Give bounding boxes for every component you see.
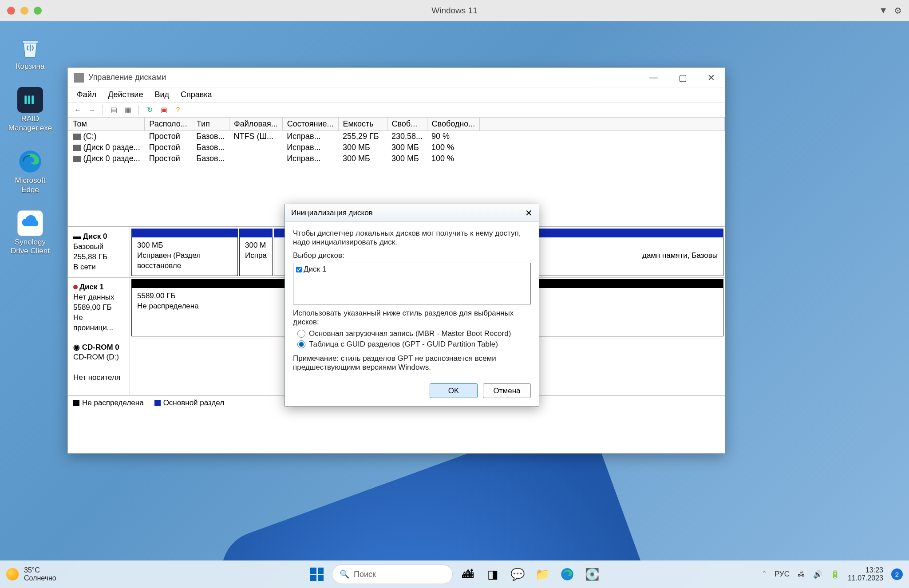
toolbar-forward-icon[interactable]: → — [87, 105, 97, 115]
host-minimize-button[interactable] — [20, 7, 28, 15]
taskbar: 35°CСолнечно 🔍Поиск 🏙 ◨ 💬 📁 💽 ˄ РУС 🖧 🔊 … — [0, 560, 909, 588]
svg-rect-1 — [28, 96, 30, 104]
dialog-note: Примечание: стиль разделов GPT не распоз… — [293, 354, 531, 372]
disk0-partition-1[interactable]: 300 МБИсправен (Раздел восстановле — [131, 229, 238, 276]
desktop-icon-synology-drive[interactable]: Synology Drive Client — [8, 210, 52, 256]
taskbar-weather-widget[interactable]: 35°CСолнечно — [6, 566, 56, 582]
tray-overflow-icon[interactable]: ˄ — [763, 570, 767, 579]
dialog-cancel-button[interactable]: Отмена — [483, 383, 531, 398]
volume-icon — [73, 156, 81, 162]
dm-titlebar[interactable]: Управление дисками — ▢ ✕ — [68, 68, 725, 87]
dm-close-button[interactable]: ✕ — [704, 71, 719, 85]
search-placeholder: Поиск — [354, 570, 376, 579]
host-dropdown-icon[interactable]: ▼ — [879, 5, 888, 16]
dialog-choose-label: Выбор дисков: — [293, 251, 531, 260]
taskbar-disk-management[interactable]: 💽 — [582, 564, 602, 584]
toolbar-rescan-icon[interactable]: ▣ — [158, 105, 169, 115]
menu-file[interactable]: Файл — [73, 88, 100, 101]
search-icon: 🔍 — [340, 569, 349, 579]
toolbar-help-icon[interactable]: ? — [173, 105, 183, 115]
host-maximize-button[interactable] — [34, 7, 42, 15]
volume-row[interactable]: (Диск 0 разде...ПростойБазов...Исправ...… — [68, 153, 725, 164]
edge-icon — [17, 149, 43, 174]
initialize-disk-dialog: Инициализация дисков ✕ Чтобы диспетчер л… — [285, 204, 539, 406]
desktop: Корзина RAID Manager.exe Microsoft Edge … — [0, 21, 909, 560]
desktop-icon-raid-manager[interactable]: RAID Manager.exe — [8, 87, 52, 133]
taskbar-edge[interactable] — [557, 564, 577, 584]
dm-maximize-button[interactable]: ▢ — [675, 71, 691, 85]
col-freepct[interactable]: Свободно... — [427, 118, 480, 131]
col-type[interactable]: Тип — [192, 118, 229, 131]
legend-primary-swatch — [154, 400, 161, 406]
disk0-header: ▬ Диск 0 Базовый 255,88 ГБ В сети — [68, 227, 130, 277]
dialog-intro-text: Чтобы диспетчер локальных дисков мог пол… — [293, 229, 531, 247]
gpt-radio[interactable] — [297, 340, 305, 348]
taskbar-search[interactable]: 🔍Поиск — [332, 564, 453, 584]
taskbar-chat[interactable]: 💬 — [508, 564, 527, 584]
dialog-ok-button[interactable]: OK — [430, 383, 478, 398]
partition-style-label: Использовать указанный ниже стиль раздел… — [293, 309, 531, 327]
taskbar-task-view[interactable]: 🏙 — [458, 564, 478, 584]
dm-app-icon — [74, 73, 84, 83]
weather-sun-icon — [6, 568, 19, 580]
disk1-header: Диск 1 Нет данных 5589,00 ГБ Не проиници… — [68, 278, 130, 338]
tray-network-icon[interactable]: 🖧 — [798, 570, 805, 579]
volume-row[interactable]: (Диск 0 разде...ПростойБазов...Исправ...… — [68, 142, 725, 153]
col-free[interactable]: Своб... — [387, 118, 427, 131]
toolbar-layout-top-icon[interactable]: ▤ — [108, 105, 119, 115]
raid-manager-icon — [17, 87, 43, 113]
disk-checkbox-item[interactable]: Диск 1 — [296, 265, 528, 274]
weather-condition: Солнечно — [24, 574, 56, 582]
host-close-button[interactable] — [7, 7, 15, 15]
disk0-partition-2[interactable]: 300 МИспра — [239, 229, 273, 276]
col-capacity[interactable]: Емкость — [338, 118, 387, 131]
col-layout[interactable]: Располо... — [145, 118, 192, 131]
start-button[interactable] — [307, 564, 327, 584]
tray-battery-icon[interactable]: 🔋 — [830, 570, 840, 579]
cdrom-header: ◉ CD-ROM 0 CD-ROM (D:) Нет носителя — [68, 338, 130, 395]
recycle-bin-icon — [19, 36, 42, 59]
toolbar-refresh-icon[interactable]: ↻ — [144, 105, 155, 115]
tray-volume-icon[interactable]: 🔊 — [813, 570, 822, 579]
svg-rect-0 — [24, 96, 27, 104]
disk-management-window: Управление дисками — ▢ ✕ Файл Действие В… — [67, 67, 725, 454]
mbr-radio[interactable] — [297, 330, 305, 338]
col-filesystem[interactable]: Файловая... — [229, 118, 283, 131]
taskbar-widgets[interactable]: ◨ — [483, 564, 502, 584]
col-status[interactable]: Состояние... — [282, 118, 338, 131]
dm-minimize-button[interactable]: — — [646, 71, 662, 85]
disk-selection-listbox[interactable]: Диск 1 — [293, 263, 531, 304]
menu-action[interactable]: Действие — [104, 88, 146, 101]
mbr-radio-row[interactable]: Основная загрузочная запись (MBR - Maste… — [297, 329, 531, 338]
dialog-close-button[interactable]: ✕ — [525, 208, 533, 218]
volume-icon — [73, 145, 81, 151]
taskbar-explorer[interactable]: 📁 — [533, 564, 552, 584]
host-title: Windows 11 — [431, 6, 478, 16]
dialog-titlebar[interactable]: Инициализация дисков ✕ — [285, 204, 539, 222]
volume-table: Том Располо... Тип Файловая... Состояние… — [68, 118, 725, 164]
host-settings-icon[interactable]: ⚙ — [894, 5, 902, 16]
disk-error-icon — [73, 285, 78, 289]
desktop-icon-edge[interactable]: Microsoft Edge — [8, 149, 52, 194]
host-titlebar: Windows 11 ▼ ⚙ — [0, 0, 909, 21]
dm-menubar: Файл Действие Вид Справка — [68, 87, 725, 103]
volume-row[interactable]: (C:)ПростойБазов...NTFS (Ш...Исправ...25… — [68, 131, 725, 142]
menu-view[interactable]: Вид — [151, 88, 173, 101]
dialog-title: Инициализация дисков — [291, 209, 373, 217]
tray-clock[interactable]: 13:2311.07.2023 — [848, 566, 883, 583]
toolbar-back-icon[interactable]: ← — [72, 105, 83, 115]
col-volume[interactable]: Том — [68, 118, 145, 131]
desktop-icon-recycle-bin[interactable]: Корзина — [8, 35, 52, 71]
toolbar-layout-bottom-icon[interactable]: ▦ — [123, 105, 133, 115]
dm-title: Управление дисками — [88, 73, 166, 82]
synology-drive-icon — [17, 210, 43, 236]
gpt-radio-row[interactable]: Таблица с GUID разделов (GPT - GUID Part… — [297, 340, 531, 349]
weather-temp: 35°C — [24, 566, 56, 574]
tray-language[interactable]: РУС — [775, 570, 790, 579]
legend-unallocated-swatch — [73, 400, 79, 406]
disk-checkbox[interactable] — [296, 267, 302, 272]
edge-icon — [561, 568, 574, 581]
windows-logo-icon — [310, 568, 324, 581]
tray-notification-badge[interactable]: 2 — [891, 568, 903, 580]
menu-help[interactable]: Справка — [177, 88, 216, 101]
